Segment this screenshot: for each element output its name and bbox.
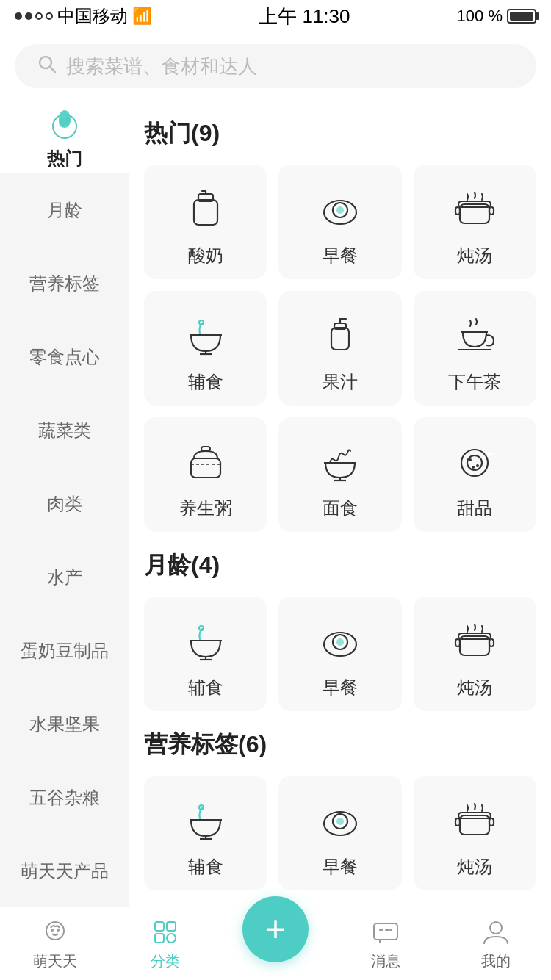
sidebar-item-seafood[interactable]: 水产 xyxy=(0,541,129,614)
juice-icon xyxy=(314,309,367,361)
porridge-icon xyxy=(179,435,232,488)
nav-fab-wrapper: + xyxy=(220,911,331,977)
nav-profile-label: 我的 xyxy=(481,951,511,971)
dot1 xyxy=(15,12,22,20)
fab-add-button[interactable]: + xyxy=(242,896,309,962)
nav-home[interactable]: 萌天天 xyxy=(0,916,110,971)
card-nut-comp[interactable]: 辅食 xyxy=(144,776,267,890)
section-age-title: 月龄(4) xyxy=(144,550,536,582)
complementary-label: 辅食 xyxy=(188,370,223,394)
noodle-label: 面食 xyxy=(323,497,358,520)
card-complementary[interactable]: 辅食 xyxy=(144,291,267,406)
sidebar-item-grains[interactable]: 五谷杂粮 xyxy=(0,761,129,835)
card-dessert[interactable]: 甜品 xyxy=(414,417,536,532)
sidebar-label-age: 月龄 xyxy=(47,198,82,222)
nav-profile[interactable]: 我的 xyxy=(441,916,551,971)
content-area: 热门(9) 酸奶 xyxy=(129,100,551,980)
bowl-icon-2 xyxy=(179,614,232,667)
svg-point-34 xyxy=(467,455,482,470)
status-bar: 中国移动 📶 上午 11:30 100 % xyxy=(0,0,551,32)
card-nut-soup[interactable]: 炖汤 xyxy=(414,776,536,890)
svg-rect-48 xyxy=(489,639,494,646)
nav-home-label: 萌天天 xyxy=(33,951,77,971)
sidebar-item-fruit[interactable]: 水果坚果 xyxy=(0,688,129,761)
bowl-icon xyxy=(179,309,232,361)
sidebar-label-brand: 萌天天产品 xyxy=(21,860,109,883)
sidebar-item-dairy[interactable]: 蛋奶豆制品 xyxy=(0,614,129,688)
card-noodle[interactable]: 面食 xyxy=(278,417,401,532)
age-comp-label: 辅食 xyxy=(188,676,223,699)
svg-point-55 xyxy=(336,818,344,825)
svg-rect-15 xyxy=(455,207,460,215)
sidebar-item-nutrition[interactable]: 营养标签 xyxy=(0,247,129,320)
carrier-label: 中国移动 xyxy=(57,4,128,28)
yogurt-icon xyxy=(179,182,232,235)
card-afternoon-tea[interactable]: 下午茶 xyxy=(414,291,536,406)
breakfast-icon-2 xyxy=(314,614,367,667)
card-age-soup[interactable]: 炖汤 xyxy=(414,597,536,711)
svg-rect-58 xyxy=(455,818,460,826)
svg-rect-47 xyxy=(455,639,460,646)
svg-point-61 xyxy=(51,929,54,932)
sidebar-item-meat[interactable]: 肉类 xyxy=(0,467,129,541)
card-age-comp[interactable]: 辅食 xyxy=(144,597,267,711)
nut-comp-label: 辅食 xyxy=(188,855,223,879)
sidebar-label-hot: 热门 xyxy=(47,147,82,170)
dessert-icon xyxy=(448,435,501,488)
sidebar-item-hot[interactable]: 热门 xyxy=(0,100,129,173)
battery-icon xyxy=(507,9,536,24)
section-nutrition-title: 营养标签(6) xyxy=(144,729,536,761)
card-age-breakfast[interactable]: 早餐 xyxy=(278,597,401,711)
status-right: 100 % xyxy=(457,7,536,26)
breakfast-icon xyxy=(314,182,367,235)
section-hot-title: 热门(9) xyxy=(144,118,536,150)
sidebar-label-meat: 肉类 xyxy=(47,492,82,516)
svg-point-37 xyxy=(472,466,475,469)
svg-point-62 xyxy=(57,929,60,932)
sidebar-label-veg: 蔬菜类 xyxy=(38,419,91,442)
svg-rect-16 xyxy=(489,207,494,215)
svg-rect-63 xyxy=(155,922,164,931)
nav-message-label: 消息 xyxy=(371,951,400,971)
sidebar-item-age[interactable]: 月龄 xyxy=(0,173,129,247)
soup-label: 炖汤 xyxy=(457,244,492,267)
card-breakfast[interactable]: 早餐 xyxy=(278,165,401,279)
sidebar-label-snack: 零食点心 xyxy=(29,345,100,369)
card-porridge[interactable]: 养生粥 xyxy=(144,417,267,532)
soup-icon-2 xyxy=(448,614,501,667)
search-input-field[interactable]: 搜索菜谱、食材和达人 xyxy=(15,44,536,88)
card-soup[interactable]: 炖汤 xyxy=(414,165,536,279)
svg-rect-59 xyxy=(489,818,494,826)
tea-icon xyxy=(448,309,501,361)
sidebar-item-veg[interactable]: 蔬菜类 xyxy=(0,394,129,467)
noodle-icon xyxy=(314,435,367,488)
search-bar: 搜索菜谱、食材和达人 xyxy=(0,32,551,100)
dessert-label: 甜品 xyxy=(457,497,492,520)
sidebar-item-brand[interactable]: 萌天天产品 xyxy=(0,835,129,908)
sidebar-label-nutrition: 营养标签 xyxy=(29,272,100,295)
svg-point-12 xyxy=(336,206,344,214)
svg-point-66 xyxy=(167,934,176,943)
yogurt-label: 酸奶 xyxy=(188,244,223,267)
svg-point-4 xyxy=(59,117,65,127)
card-yogurt[interactable]: 酸奶 xyxy=(144,165,267,279)
message-nav-icon xyxy=(370,916,402,948)
profile-nav-icon xyxy=(480,916,512,948)
sidebar: 热门 月龄 营养标签 零食点心 蔬菜类 肉类 水产 蛋奶豆制品 xyxy=(0,100,129,980)
sidebar-item-snack[interactable]: 零食点心 xyxy=(0,320,129,394)
nav-category[interactable]: 分类 xyxy=(110,916,220,971)
svg-point-20 xyxy=(199,320,204,325)
card-juice[interactable]: 果汁 xyxy=(278,291,401,406)
nav-category-label: 分类 xyxy=(151,951,180,971)
svg-point-5 xyxy=(65,117,71,126)
bowl-icon-3 xyxy=(179,793,232,846)
card-nut-breakfast[interactable]: 早餐 xyxy=(278,776,401,890)
nav-message[interactable]: 消息 xyxy=(331,916,441,971)
sidebar-label-grains: 五谷杂粮 xyxy=(29,786,100,810)
status-left: 中国移动 📶 xyxy=(15,4,152,28)
time-label: 上午 11:30 xyxy=(259,4,350,29)
svg-point-33 xyxy=(461,450,488,476)
age-breakfast-label: 早餐 xyxy=(323,676,358,699)
search-placeholder: 搜索菜谱、食材和达人 xyxy=(66,54,257,79)
afternoon-tea-label: 下午茶 xyxy=(448,370,501,394)
